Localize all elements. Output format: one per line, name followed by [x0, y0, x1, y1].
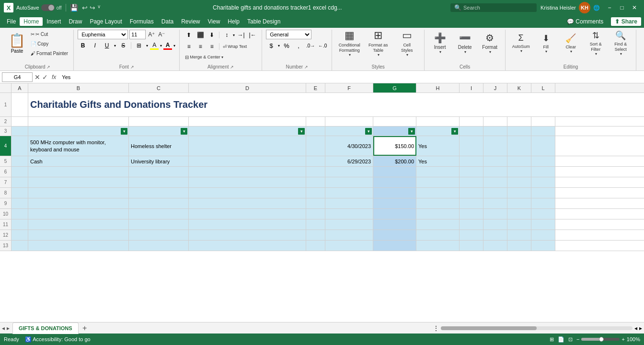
row-num-5[interactable]: 5	[0, 156, 12, 166]
find-select-button[interactable]: 🔍 Find &Select ▾	[609, 30, 632, 57]
cell-k6[interactable]	[507, 167, 531, 177]
dropdown-c3[interactable]: ▾	[181, 128, 187, 135]
scroll-left-button[interactable]: ◂	[634, 325, 637, 332]
tab-prev-button[interactable]: ◂	[2, 325, 5, 332]
cell-a9[interactable]	[12, 198, 28, 208]
zoom-slider[interactable]	[581, 338, 620, 341]
cell-e3[interactable]	[306, 126, 325, 136]
cell-k12[interactable]	[507, 230, 531, 240]
formula-input[interactable]	[60, 72, 642, 82]
cell-j6[interactable]	[483, 167, 507, 177]
formula-confirm-button[interactable]: ✓	[42, 73, 48, 81]
row-num-4[interactable]: 4	[0, 136, 12, 156]
col-header-f[interactable]: F	[325, 83, 373, 92]
cell-i3[interactable]	[460, 126, 483, 136]
fx-button[interactable]: fx	[50, 74, 58, 80]
row-num-6[interactable]: 6	[0, 167, 12, 177]
cell-g9[interactable]	[373, 198, 416, 208]
cell-b6[interactable]	[28, 167, 129, 177]
dropdown-b3[interactable]: ▾	[121, 128, 127, 135]
cell-h10[interactable]	[416, 209, 460, 219]
cell-d13[interactable]	[189, 241, 306, 251]
col-header-d[interactable]: D	[189, 83, 306, 92]
cell-b9[interactable]	[28, 198, 129, 208]
cell-k2[interactable]	[507, 117, 531, 126]
tab-options-button[interactable]: ⋮	[433, 325, 439, 332]
zoom-in-button[interactable]: +	[621, 336, 624, 342]
format-button[interactable]: ⚙ Format ▾	[478, 30, 501, 57]
cell-styles-button[interactable]: ▭ CellStyles ▾	[393, 30, 420, 57]
cell-b3[interactable]: ▾	[28, 126, 129, 136]
align-bottom-button[interactable]: ⬇	[207, 30, 217, 40]
cell-a8[interactable]	[12, 188, 28, 198]
cell-e2[interactable]	[306, 117, 325, 126]
menu-view[interactable]: View	[204, 17, 224, 26]
text-direction-button[interactable]: ↕	[221, 30, 232, 40]
cell-c10[interactable]	[129, 209, 189, 219]
analyze-data-button[interactable]: 📊 AnalyzeData	[640, 30, 644, 57]
cell-j10[interactable]	[483, 209, 507, 219]
row-num-13[interactable]: 13	[0, 241, 12, 251]
menu-insert[interactable]: Insert	[43, 17, 65, 26]
cell-d2[interactable]	[189, 117, 306, 126]
cell-e13[interactable]	[306, 241, 325, 251]
cell-j8[interactable]	[483, 188, 507, 198]
cell-f8[interactable]	[325, 188, 373, 198]
align-center-button[interactable]: ≡	[195, 41, 206, 52]
cell-l3[interactable]	[531, 126, 555, 136]
cell-d9[interactable]	[189, 198, 306, 208]
format-painter-button[interactable]: 🖌Format Painter	[29, 49, 69, 58]
cell-d3[interactable]: ▾	[189, 126, 306, 136]
cell-a13[interactable]	[12, 241, 28, 251]
cell-h7[interactable]	[416, 177, 460, 187]
cell-l5[interactable]	[531, 156, 555, 166]
cell-i5[interactable]	[460, 156, 483, 166]
col-header-i[interactable]: I	[460, 83, 483, 92]
cell-b13[interactable]	[28, 241, 129, 251]
cell-c3[interactable]: ▾	[129, 126, 189, 136]
cell-e5[interactable]	[306, 156, 325, 166]
cell-h9[interactable]	[416, 198, 460, 208]
cell-b5[interactable]: Cash	[28, 156, 129, 166]
cell-l11[interactable]	[531, 219, 555, 230]
cell-g2[interactable]	[373, 117, 416, 126]
cell-a12[interactable]	[12, 230, 28, 240]
cell-l2[interactable]	[531, 117, 555, 126]
cell-a3[interactable]	[12, 126, 28, 136]
cell-g12[interactable]	[373, 230, 416, 240]
align-left-button[interactable]: ≡	[184, 41, 194, 52]
col-header-g[interactable]: G	[373, 83, 416, 92]
font-shrink-button[interactable]: A⁻	[157, 30, 166, 39]
row-num-10[interactable]: 10	[0, 209, 12, 219]
cell-h11[interactable]	[416, 219, 460, 230]
row-num-3[interactable]: 3	[0, 126, 12, 136]
redo-button[interactable]: ↪	[90, 4, 95, 12]
autosave-toggle[interactable]	[41, 4, 55, 11]
cell-i7[interactable]	[460, 177, 483, 187]
cell-h3[interactable]: ▾	[416, 126, 460, 136]
cell-g7[interactable]	[373, 177, 416, 187]
cell-d11[interactable]	[189, 219, 306, 230]
view-custom-button[interactable]: ⊡	[568, 336, 573, 343]
zoom-out-button[interactable]: −	[576, 336, 579, 342]
cell-i11[interactable]	[460, 219, 483, 230]
cell-b11[interactable]	[28, 219, 129, 230]
cell-c13[interactable]	[129, 241, 189, 251]
add-sheet-button[interactable]: +	[80, 322, 90, 334]
align-top-button[interactable]: ⬆	[184, 30, 194, 40]
font-color-button[interactable]: A	[163, 42, 172, 50]
scroll-right-button[interactable]: ▸	[639, 325, 642, 332]
font-size-input[interactable]	[129, 30, 146, 39]
row-num-2[interactable]: 2	[0, 117, 12, 126]
row-num-11[interactable]: 11	[0, 219, 12, 230]
comments-button[interactable]: 💬 Comments	[563, 17, 607, 26]
cell-i4[interactable]	[460, 136, 483, 156]
comma-button[interactable]: ,	[293, 40, 304, 51]
formula-cancel-button[interactable]: ✕	[34, 73, 40, 81]
copy-button[interactable]: 📄Copy	[29, 39, 69, 48]
cell-g11[interactable]	[373, 219, 416, 230]
cell-g6[interactable]	[373, 167, 416, 177]
cell-d4[interactable]	[189, 136, 306, 156]
wrap-text-button[interactable]: ⏎Wrap Text	[221, 42, 248, 51]
cell-c5[interactable]: University library	[129, 156, 189, 166]
